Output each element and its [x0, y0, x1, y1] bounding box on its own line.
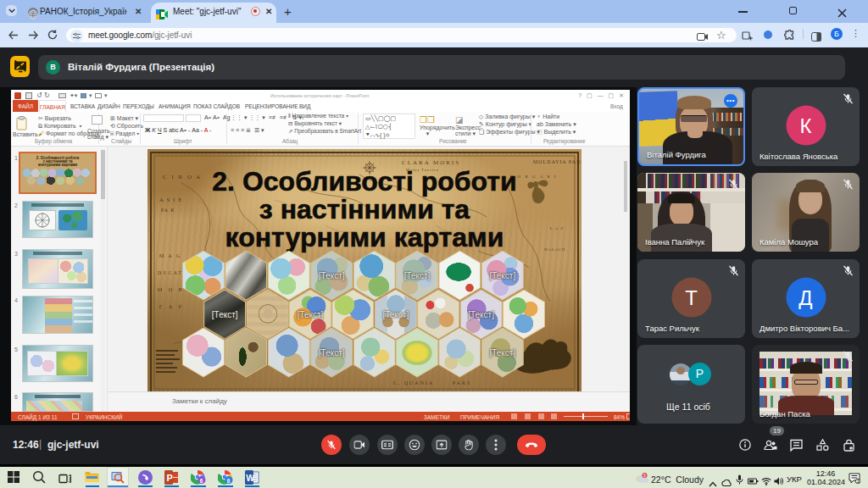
svg-text:6: 6	[200, 478, 203, 484]
svg-text:9: 9	[643, 473, 646, 478]
svg-text:P: P	[166, 473, 172, 483]
svg-text:CLARA MORIS: CLARA MORIS	[402, 159, 460, 166]
svg-text:L. QUANIA: L. QUANIA	[393, 380, 434, 385]
svg-text:Г А Р: Г А Р	[159, 304, 184, 309]
svg-text:1: 1	[857, 479, 860, 484]
svg-text:MOLDAVIA PARS: MOLDAVIA PARS	[533, 159, 581, 164]
svg-text:6: 6	[227, 478, 231, 484]
svg-text:W: W	[246, 473, 254, 483]
svg-text:PARS: PARS	[453, 380, 471, 385]
svg-text:M A G: M A G	[159, 253, 181, 258]
